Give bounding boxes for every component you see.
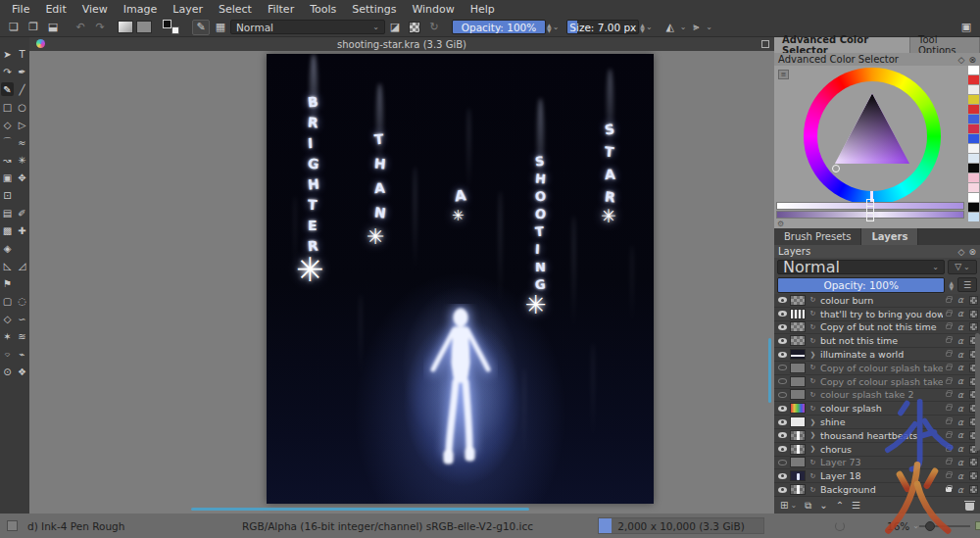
layer-hidden-icon[interactable] xyxy=(774,378,790,384)
zoom-fit-icon[interactable] xyxy=(975,521,980,530)
menu-window[interactable]: Window xyxy=(404,2,462,17)
history-swatch[interactable] xyxy=(968,173,979,182)
group-expander-icon[interactable]: ❯ xyxy=(808,431,818,439)
layer-unlocked-icon[interactable] xyxy=(943,366,955,370)
layer-unlocked-icon[interactable] xyxy=(943,447,955,452)
tool-pan[interactable]: ❖ xyxy=(16,365,28,378)
foreground-background-colors[interactable] xyxy=(163,20,180,34)
layer-visible-icon[interactable] xyxy=(774,352,790,358)
tool-bezier-curve[interactable]: ⌒ xyxy=(1,135,14,149)
layer-unlocked-icon[interactable] xyxy=(943,392,955,397)
layer-hidden-icon[interactable] xyxy=(774,365,790,370)
tool-bezier-select[interactable]: ⌔ xyxy=(1,347,14,361)
alpha-lock-icon[interactable]: α xyxy=(955,390,966,400)
layer-row[interactable]: ↻Copy of but not this timeα xyxy=(774,321,980,335)
edit-brush-settings-button[interactable]: ✎ xyxy=(192,20,210,35)
layer-visible-icon[interactable] xyxy=(774,419,790,425)
canvas-horizontal-scrollbar[interactable] xyxy=(191,508,529,511)
layer-hidden-icon[interactable] xyxy=(774,392,790,398)
layer-locked-icon[interactable] xyxy=(943,487,955,492)
alpha-lock-icon[interactable]: α xyxy=(955,322,966,332)
zoom-slider[interactable] xyxy=(919,525,970,527)
alpha-lock-icon[interactable]: α xyxy=(955,363,966,372)
history-swatch[interactable] xyxy=(968,154,979,163)
layer-unlocked-icon[interactable] xyxy=(943,419,955,424)
tool-dynamic-brush[interactable]: ↝ xyxy=(1,153,14,167)
layer-view-options-button[interactable]: ☰ xyxy=(957,277,977,292)
tool-rectangle[interactable]: □ xyxy=(1,100,14,114)
layer-unlocked-icon[interactable] xyxy=(943,298,955,303)
layer-opacity-slider[interactable]: Opacity: 100% xyxy=(777,277,945,293)
history-swatch[interactable] xyxy=(968,203,979,212)
alpha-lock-icon[interactable]: α xyxy=(955,309,966,318)
menu-filter[interactable]: Filter xyxy=(260,2,302,17)
history-swatch[interactable] xyxy=(968,85,979,94)
add-layer-button[interactable]: ⊞⌄ xyxy=(780,500,797,511)
document-titlebar[interactable]: shooting-star.kra (3.3 GiB) xyxy=(29,37,774,51)
layer-row[interactable]: ↻Backgroundα xyxy=(774,483,980,497)
tool-transform[interactable]: ▣ xyxy=(1,171,14,184)
tab-tool-options[interactable]: Tool Options xyxy=(910,37,980,53)
open-document-button[interactable]: ❐ xyxy=(24,20,42,35)
tool-polygon[interactable]: ◇ xyxy=(1,118,14,131)
tool-magnetic-select[interactable]: ⌁ xyxy=(16,347,28,361)
float-docker-icon[interactable]: ◇ xyxy=(958,247,965,257)
alpha-lock-icon[interactable]: α xyxy=(955,417,966,427)
alpha-lock-icon[interactable]: α xyxy=(955,444,966,454)
brush-presets-button[interactable]: ▦ xyxy=(212,20,229,35)
alpha-lock-icon[interactable]: α xyxy=(955,350,966,360)
layer-unlocked-icon[interactable] xyxy=(943,312,955,317)
tool-polyline[interactable]: ▷ xyxy=(16,118,28,131)
advanced-color-selector[interactable]: ≡ ⚙ xyxy=(774,66,980,228)
chevron-down-icon[interactable]: ⌄ xyxy=(553,23,560,31)
layer-visible-icon[interactable] xyxy=(774,432,790,438)
snap-button[interactable]: ⫸ xyxy=(687,20,705,35)
alpha-lock-icon[interactable]: α xyxy=(955,336,966,346)
move-layer-down-button[interactable]: ⌄ xyxy=(819,500,827,511)
history-swatch[interactable] xyxy=(968,66,979,74)
layer-visible-icon[interactable] xyxy=(774,324,790,330)
layer-filter-button[interactable]: ▽⌄ xyxy=(948,260,977,274)
layer-row[interactable]: ↻but not this timeα xyxy=(774,334,980,348)
menu-view[interactable]: View xyxy=(74,2,116,17)
zoom-level-value[interactable]: 16% xyxy=(887,520,909,532)
history-swatch[interactable] xyxy=(968,193,979,202)
delete-layer-button[interactable] xyxy=(965,501,974,511)
undo-button[interactable]: ↶ xyxy=(72,20,89,35)
tool-freehand-path[interactable]: ≈ xyxy=(16,135,28,149)
tool-freehand-brush[interactable]: ✎ xyxy=(1,82,14,96)
tab-advanced-color-selector[interactable]: Advanced Color Selector xyxy=(774,37,910,53)
tab-layers[interactable]: Layers xyxy=(861,228,918,245)
inherit-alpha-icon[interactable] xyxy=(966,485,980,494)
layer-unlocked-icon[interactable] xyxy=(943,473,955,478)
layer-row[interactable]: ↻colour burnα xyxy=(774,294,980,308)
duplicate-layer-button[interactable]: ⧉ xyxy=(805,500,811,512)
history-swatch[interactable] xyxy=(968,213,979,221)
layer-row[interactable]: ❯illuminate a worldα xyxy=(774,348,980,362)
layer-visible-icon[interactable] xyxy=(774,446,790,452)
layer-row[interactable]: ↻Layer 18α xyxy=(774,469,980,483)
layer-visible-icon[interactable] xyxy=(774,473,790,479)
inherit-alpha-icon[interactable] xyxy=(966,296,980,305)
tool-assistants[interactable]: ◺ xyxy=(1,259,14,272)
history-swatch[interactable] xyxy=(968,115,979,123)
tool-rect-select[interactable]: ▢ xyxy=(1,294,14,308)
tool-calligraphy[interactable]: ✒ xyxy=(16,65,28,78)
layer-row[interactable]: ❯thousand heartbeatsα xyxy=(774,429,980,443)
inherit-alpha-icon[interactable] xyxy=(966,471,980,480)
tool-line[interactable]: ╱ xyxy=(16,82,28,96)
menu-file[interactable]: File xyxy=(4,2,37,17)
shade-bar-handle[interactable] xyxy=(866,199,874,221)
tool-color-sampler[interactable]: ✐ xyxy=(16,206,28,220)
menu-image[interactable]: Image xyxy=(116,2,165,17)
tool-edit-shapes[interactable]: ↷ xyxy=(1,65,14,78)
current-brush-preset[interactable]: d) Ink-4 Pen Rough xyxy=(27,520,124,532)
group-expander-icon[interactable]: ❯ xyxy=(808,418,818,426)
tool-pattern-edit[interactable]: ▩ xyxy=(1,223,14,237)
restore-window-button[interactable] xyxy=(761,40,769,48)
inherit-alpha-icon[interactable] xyxy=(966,458,980,466)
tool-measure[interactable]: ◿ xyxy=(16,259,28,272)
canvas-size-indicator[interactable]: 2,000 x 10,000 (3.3 GiB) xyxy=(598,517,764,534)
layer-unlocked-icon[interactable] xyxy=(943,433,955,438)
move-layer-up-button[interactable]: ⌃ xyxy=(836,500,844,511)
